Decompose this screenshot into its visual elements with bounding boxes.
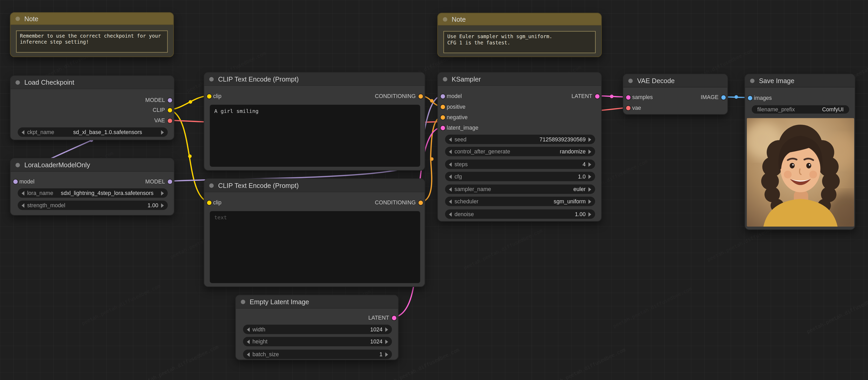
decrement-arrow-icon[interactable]: [449, 162, 452, 167]
decrement-arrow-icon[interactable]: [247, 327, 250, 332]
decrement-arrow-icon[interactable]: [22, 191, 25, 195]
input-port-clip[interactable]: [207, 201, 212, 205]
node-header[interactable]: Save Image: [745, 74, 855, 88]
increment-arrow-icon[interactable]: [588, 162, 591, 167]
node-status-dot: [16, 17, 20, 21]
increment-arrow-icon[interactable]: [588, 212, 591, 216]
increment-arrow-icon[interactable]: [161, 130, 164, 134]
decrement-arrow-icon[interactable]: [247, 339, 250, 344]
node-title: Load Checkpoint: [24, 79, 74, 86]
denoise-widget[interactable]: denoise 1.00: [445, 209, 595, 219]
cfg-widget[interactable]: cfg 1.0: [445, 172, 595, 181]
increment-arrow-icon[interactable]: [588, 149, 591, 154]
decrement-arrow-icon[interactable]: [449, 212, 452, 216]
note-text[interactable]: Remember to use the correct checkpoint f…: [16, 31, 168, 53]
widget-label: cfg: [454, 174, 462, 179]
input-port-samples[interactable]: [626, 95, 631, 100]
lora-name-widget[interactable]: lora_name sdxl_lightning_4step_lora.safe…: [18, 188, 168, 198]
ckpt-name-widget[interactable]: ckpt_name sd_xl_base_1.0.safetensors: [18, 127, 168, 137]
increment-arrow-icon[interactable]: [385, 352, 388, 356]
sampler-name-widget[interactable]: sampler_name euler: [445, 184, 595, 194]
node-load-checkpoint[interactable]: Load Checkpoint MODEL CLIP VAE ckpt_name…: [10, 75, 175, 140]
strength-model-widget[interactable]: strength_model 1.00: [18, 201, 168, 210]
increment-arrow-icon[interactable]: [588, 174, 591, 179]
output-port-latent[interactable]: [595, 94, 599, 98]
input-port-model[interactable]: [440, 94, 445, 98]
decrement-arrow-icon[interactable]: [449, 187, 452, 191]
output-port-conditioning[interactable]: [418, 201, 423, 205]
output-port-latent[interactable]: [392, 316, 396, 320]
node-empty-latent-image[interactable]: Empty Latent Image LATENT width 1024 hei…: [235, 295, 399, 360]
node-header[interactable]: VAE Decode: [623, 74, 727, 88]
widget-label: lora_name: [27, 190, 53, 196]
widget-label: batch_size: [252, 351, 279, 357]
output-port-image[interactable]: [721, 95, 726, 100]
scheduler-widget[interactable]: scheduler sgm_uniform: [445, 197, 595, 206]
node-header[interactable]: Load Checkpoint: [10, 76, 174, 89]
increment-arrow-icon[interactable]: [385, 327, 388, 332]
node-title: VAE Decode: [637, 77, 675, 85]
node-status-dot: [443, 17, 447, 22]
decrement-arrow-icon[interactable]: [247, 352, 250, 356]
node-header[interactable]: Empty Latent Image: [236, 295, 398, 309]
node-header[interactable]: LoraLoaderModelOnly: [10, 158, 174, 172]
node-header[interactable]: Note: [10, 13, 173, 25]
input-port-images[interactable]: [748, 96, 752, 100]
watermark-text: peetah.peetah.diffusedbee.com: [806, 291, 868, 334]
increment-arrow-icon[interactable]: [588, 199, 591, 204]
note-text[interactable]: Use Euler sampler with sgm_uniform. CFG …: [443, 31, 596, 53]
output-slot-model: MODEL: [145, 178, 165, 185]
output-port-clip[interactable]: [168, 108, 172, 112]
node-header[interactable]: KSampler: [438, 72, 601, 86]
node-clip-text-encode-negative[interactable]: CLIP Text Encode (Prompt) clip CONDITION…: [204, 178, 425, 287]
node-header[interactable]: Note: [438, 13, 601, 26]
watermark-text: peetah.peetah.diffusedbee.com: [612, 286, 693, 329]
increment-arrow-icon[interactable]: [385, 339, 388, 344]
batch-size-widget[interactable]: batch_size 1: [243, 350, 392, 359]
output-port-model[interactable]: [168, 98, 172, 103]
prompt-text-area[interactable]: text: [210, 211, 420, 283]
increment-arrow-icon[interactable]: [161, 191, 164, 195]
input-port-clip[interactable]: [207, 94, 212, 98]
increment-arrow-icon[interactable]: [161, 203, 164, 207]
seed-widget[interactable]: seed 712589392390569: [445, 135, 595, 144]
decrement-arrow-icon[interactable]: [449, 149, 452, 154]
height-widget[interactable]: height 1024: [243, 337, 392, 346]
node-note-1[interactable]: Note Remember to use the correct checkpo…: [10, 12, 174, 57]
node-note-2[interactable]: Note Use Euler sampler with sgm_uniform.…: [437, 13, 602, 57]
input-port-model[interactable]: [13, 179, 18, 184]
prompt-text-area[interactable]: A girl smiling: [210, 105, 420, 167]
width-widget[interactable]: width 1024: [243, 325, 392, 334]
decrement-arrow-icon[interactable]: [22, 203, 25, 207]
input-port-latent-image[interactable]: [440, 126, 445, 130]
control-after-generate-widget[interactable]: control_after_generate randomize: [445, 147, 595, 156]
node-save-image[interactable]: Save Image images filename_prefix ComfyU…: [744, 74, 855, 230]
node-clip-text-encode-positive[interactable]: CLIP Text Encode (Prompt) clip CONDITION…: [204, 72, 425, 171]
decrement-arrow-icon[interactable]: [449, 199, 452, 204]
input-port-negative[interactable]: [440, 115, 445, 120]
decrement-arrow-icon[interactable]: [449, 137, 452, 142]
node-header[interactable]: CLIP Text Encode (Prompt): [204, 72, 425, 86]
input-slot-images: images: [754, 94, 772, 102]
increment-arrow-icon[interactable]: [588, 187, 591, 191]
node-ksampler[interactable]: KSampler model positive negative latent_…: [437, 72, 602, 222]
node-header[interactable]: CLIP Text Encode (Prompt): [204, 179, 425, 192]
decrement-arrow-icon[interactable]: [22, 130, 25, 134]
output-slot-vae: VAE: [154, 117, 165, 125]
filename-prefix-widget[interactable]: filename_prefix ComfyUI: [752, 105, 849, 114]
node-graph-canvas[interactable]: peetah.peetah.diffusedbee.com peetah.pee…: [0, 0, 868, 380]
node-lora-loader-model-only[interactable]: LoraLoaderModelOnly model MODEL lora_nam…: [10, 158, 175, 215]
widget-value: 1.00: [68, 202, 158, 208]
decrement-arrow-icon[interactable]: [449, 174, 452, 179]
node-vae-decode[interactable]: VAE Decode samples vae IMAGE: [623, 74, 728, 115]
wire-clip-to-positive-encode: [169, 96, 209, 110]
generated-image-preview: [747, 118, 854, 227]
input-port-vae[interactable]: [626, 106, 631, 110]
wire-midpoint-dot: [188, 154, 192, 158]
output-port-model[interactable]: [168, 179, 172, 184]
increment-arrow-icon[interactable]: [588, 137, 591, 142]
steps-widget[interactable]: steps 4: [445, 160, 595, 169]
output-port-conditioning[interactable]: [418, 94, 423, 98]
input-port-positive[interactable]: [440, 105, 445, 109]
output-port-vae[interactable]: [168, 119, 172, 123]
